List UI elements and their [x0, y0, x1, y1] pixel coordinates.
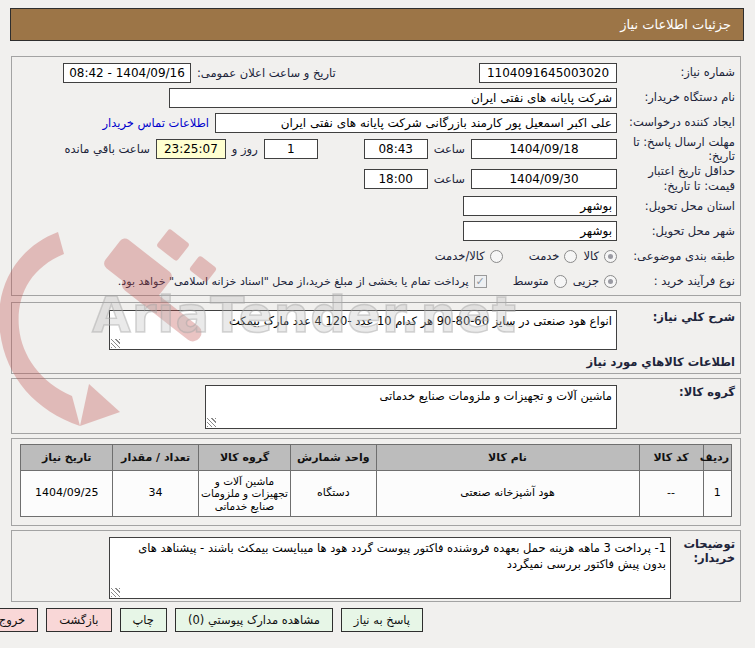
page-title: جزئیات اطلاعات نیاز: [620, 17, 731, 32]
radio-label: جزیی: [573, 274, 599, 288]
radio-label: خدمت: [529, 249, 560, 263]
province-field[interactable]: بوشهر: [463, 196, 617, 216]
checkbox-checked-icon[interactable]: ✓: [474, 275, 487, 288]
radio-option-jozii[interactable]: جزیی: [573, 274, 617, 288]
buyer-contact-link[interactable]: اطلاعات تماس خریدار: [102, 116, 209, 130]
remaining-time-field: 23:25:07: [156, 139, 226, 159]
buyer-notes-label: توضیحات خریدار:: [677, 537, 735, 566]
buyer-org-label: نام دستگاه خریدار:: [623, 90, 735, 104]
table-header-row: ردیف کد کالا نام کالا واحد شمارش گروه کا…: [21, 445, 732, 471]
goods-group-label: گروه کالا:: [623, 385, 735, 399]
description-label: شرح کلي نیاز:: [623, 310, 735, 324]
row-buyer-org: نام دستگاه خریدار: شرکت پایانه های نفتی …: [17, 85, 735, 110]
deadline-time-field[interactable]: 08:43: [364, 139, 428, 159]
cell-unit: دستگاه: [291, 471, 376, 517]
treasury-checkbox-option[interactable]: ✓ پرداخت تمام یا بخشی از مبلغ خرید،از مح…: [118, 275, 487, 288]
cell-qty: 34: [113, 471, 198, 517]
buyer-org-field[interactable]: شرکت پایانه های نفتی ایران: [169, 88, 617, 108]
announce-datetime-field[interactable]: 1404/09/16 - 08:42: [63, 63, 191, 83]
requester-field[interactable]: علی اکبر اسمعیل پور کارمند بازرگانی شرکت…: [215, 113, 617, 133]
province-label: استان محل تحویل:: [623, 199, 735, 213]
row-description: شرح کلي نیاز: انواع هود صنعتی در سایز 60…: [17, 306, 735, 350]
view-attachments-button[interactable]: مشاهده مدارک پیوستي (0): [175, 608, 333, 632]
page-title-bar: جزئیات اطلاعات نیاز: [10, 8, 744, 41]
cell-need-date: 1404/09/25: [21, 471, 113, 517]
deadline-date-field[interactable]: 1404/09/18: [471, 139, 617, 159]
remaining-time-label: ساعت باقي مانده: [65, 142, 150, 156]
cell-radif: 1: [703, 471, 731, 517]
cell-name: هود آشپزخانه صنعتی: [376, 471, 639, 517]
validity-date-field[interactable]: 1404/09/30: [471, 169, 617, 189]
radio-option-khedmat[interactable]: خدمت: [529, 249, 578, 263]
goods-group-textarea[interactable]: ماشین آلات و تجهیزات و ملزومات صنایع خدم…: [205, 385, 617, 429]
radio-option-kala-khedmat[interactable]: کالا/خدمت: [435, 249, 503, 263]
cell-code: --: [639, 471, 703, 517]
row-deadline: مهلت ارسال پاسخ: تا تاریخ: 1404/09/18 سا…: [17, 135, 735, 164]
col-header-qty: تعداد / مقدار: [113, 445, 198, 471]
back-button[interactable]: بازگشت: [46, 608, 111, 632]
goods-table: ردیف کد کالا نام کالا واحد شمارش گروه کا…: [20, 444, 732, 517]
radio-icon[interactable]: [604, 275, 617, 288]
radio-icon[interactable]: [490, 250, 503, 263]
city-label: شهر محل تحویل:: [623, 224, 735, 238]
goods-table-panel: ردیف کد کالا نام کالا واحد شمارش گروه کا…: [11, 438, 741, 526]
row-city: شهر محل تحویل: بوشهر: [17, 219, 735, 244]
radio-option-kala[interactable]: کالا: [583, 249, 617, 263]
reply-to-need-button[interactable]: پاسخ به نیاز: [341, 608, 423, 632]
process-type-label: نوع فرآیند خرید :: [623, 274, 735, 288]
validity-time-field[interactable]: 18:00: [364, 169, 428, 189]
radio-label: کالا/خدمت: [435, 249, 485, 263]
goods-group-panel: گروه کالا: ماشین آلات و تجهیزات و ملزوما…: [11, 378, 741, 434]
classification-label: طبقه بندی موضوعی:: [623, 249, 735, 263]
validity-hour-label: ساعت: [434, 172, 465, 186]
col-header-code: کد کالا: [639, 445, 703, 471]
deadline-hour-label: ساعت: [434, 142, 465, 156]
radio-icon[interactable]: [554, 275, 567, 288]
exit-button[interactable]: خروج: [0, 608, 38, 632]
row-need-number: شماره نیاز: 1104091645003020 تاریخ و ساع…: [17, 60, 735, 85]
col-header-name: نام کالا: [376, 445, 639, 471]
need-number-field[interactable]: 1104091645003020: [479, 63, 617, 83]
radio-label: کالا: [583, 249, 599, 263]
action-buttons-row: پاسخ به نیاز مشاهده مدارک پیوستي (0) چاپ…: [0, 608, 423, 632]
cell-group: ماشین آلات و تجهیزات و ملزومات صنایع خدم…: [198, 471, 290, 517]
col-header-unit: واحد شمارش: [291, 445, 376, 471]
col-header-radif: ردیف: [703, 445, 731, 471]
deadline-label: مهلت ارسال پاسخ: تا تاریخ:: [623, 135, 735, 164]
row-validity: حداقل تاریخ اعتبار قیمت: تا تاریخ: 1404/…: [17, 164, 735, 194]
row-process-type: نوع فرآیند خرید : جزیی متوسط ✓ پرداخت تم…: [17, 269, 735, 294]
remaining-days-field: 1: [264, 139, 318, 159]
remaining-days-label: روز و: [232, 142, 258, 156]
need-info-panel: شماره نیاز: 1104091645003020 تاریخ و ساع…: [11, 56, 741, 296]
row-classification: طبقه بندی موضوعی: کالا خدمت کالا/خدمت: [17, 244, 735, 269]
radio-option-motevaset[interactable]: متوسط: [513, 274, 567, 288]
goods-section-heading: اطلاعات کالاهاي مورد نیاز: [17, 355, 735, 369]
need-number-label: شماره نیاز:: [623, 65, 735, 79]
col-header-group: گروه کالا: [198, 445, 290, 471]
radio-label: متوسط: [513, 274, 549, 288]
validity-label: حداقل تاریخ اعتبار قیمت: تا تاریخ:: [623, 164, 735, 193]
row-goods-group: گروه کالا: ماشین آلات و تجهیزات و ملزوما…: [17, 382, 735, 429]
row-requester: ایجاد کننده درخواست: علی اکبر اسمعیل پور…: [17, 110, 735, 135]
description-textarea[interactable]: انواع هود صنعتی در سایز 60-80-90 هر کدام…: [109, 310, 617, 350]
radio-icon[interactable]: [604, 250, 617, 263]
buyer-notes-panel: توضیحات خریدار: 1- پرداخت 3 ماهه هزینه ح…: [11, 530, 741, 602]
table-row: 1 -- هود آشپزخانه صنعتی دستگاه ماشین آلا…: [21, 471, 732, 517]
city-field[interactable]: بوشهر: [463, 221, 617, 241]
row-province: استان محل تحویل: بوشهر: [17, 194, 735, 219]
announce-label: تاریخ و ساعت اعلان عمومی:: [197, 66, 336, 80]
row-buyer-notes: توضیحات خریدار: 1- پرداخت 3 ماهه هزینه ح…: [17, 534, 735, 599]
radio-icon[interactable]: [564, 250, 577, 263]
general-description-panel: شرح کلي نیاز: انواع هود صنعتی در سایز 60…: [11, 302, 741, 374]
buyer-notes-textarea[interactable]: 1- پرداخت 3 ماهه هزینه حمل بعهده فروشنده…: [109, 537, 671, 599]
requester-label: ایجاد کننده درخواست:: [623, 115, 735, 129]
col-header-need-date: تاریخ نیاز: [21, 445, 113, 471]
treasury-note: پرداخت تمام یا بخشی از مبلغ خرید،از محل …: [118, 275, 469, 288]
print-button[interactable]: چاپ: [120, 608, 167, 632]
